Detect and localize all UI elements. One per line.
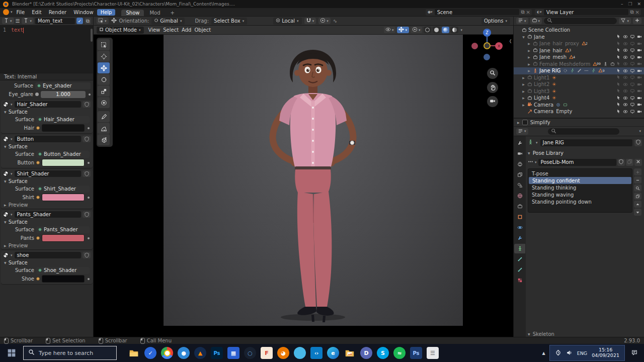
workspace-tab-show[interactable]: Show [121, 10, 144, 16]
properties-tab-collection[interactable] [514, 202, 525, 211]
expand-arrow-icon[interactable]: ▶ [521, 89, 526, 93]
gizmo-axis-neg-x[interactable] [471, 43, 478, 49]
register-checkbox[interactable]: ✓ [76, 18, 83, 24]
delete-view-layer-button[interactable]: ✕ [635, 10, 639, 15]
simplify-panel-header[interactable]: ▶ Simplify [514, 119, 644, 127]
expand-arrow-icon[interactable]: ▶ [521, 82, 526, 86]
animate-dot-icon[interactable] [88, 197, 90, 199]
pose-library-panel-header[interactable]: ▼ Pose Library [528, 149, 642, 157]
expand-arrow-icon[interactable]: ▼ [521, 35, 526, 39]
shirt-color-swatch[interactable] [42, 194, 85, 201]
row-restriction-toggles[interactable] [616, 55, 642, 60]
surface-shader-field[interactable]: Button_Shader [36, 151, 90, 158]
taskbar-icon-skype[interactable]: S [377, 347, 389, 359]
properties-tab-object[interactable] [514, 212, 525, 222]
row-restriction-toggles[interactable] [616, 82, 642, 87]
proportional-edit-dropdown[interactable]: ▾ [318, 18, 331, 24]
tool-measure-button[interactable] [98, 123, 110, 134]
language-indicator[interactable]: ENG [577, 350, 587, 356]
surface-shader-field[interactable]: Shirt_Shader [36, 186, 90, 193]
orientation-dropdown[interactable]: Gimbal ▾ [151, 18, 185, 25]
expand-arrow-icon[interactable]: ▶ [527, 55, 531, 59]
row-restriction-toggles[interactable] [616, 68, 642, 73]
workspace-tab-add[interactable]: + [166, 10, 179, 16]
outliner-row-light4[interactable]: ▶Light4 [514, 95, 644, 102]
fake-user-button[interactable] [83, 136, 91, 142]
move-pose-up-button[interactable] [634, 201, 641, 208]
material-header[interactable]: ▾Button [1, 135, 93, 143]
properties-tab-world[interactable] [514, 191, 525, 201]
menu-edit[interactable]: Edit [28, 9, 45, 16]
add-pose-button[interactable] [634, 168, 641, 175]
taskbar-icon-media-player[interactable]: ▲ [194, 347, 206, 359]
viewport-menu-select[interactable]: Select [162, 27, 180, 33]
animate-dot-icon[interactable] [88, 162, 90, 164]
taskbar-icon-todo-app[interactable]: ✓ [144, 347, 156, 359]
preview-section-header[interactable]: ▶Preview [1, 202, 93, 208]
properties-tab-output[interactable] [514, 159, 525, 169]
taskbar-icon-figma[interactable]: F [261, 347, 273, 359]
tool-annotate-button[interactable] [98, 111, 110, 122]
taskbar-icon-blender[interactable]: ◕ [277, 347, 289, 359]
tray-expand-button[interactable]: ▲ [538, 351, 549, 355]
material-header[interactable]: ▾shoe [1, 251, 93, 259]
row-restriction-toggles[interactable] [616, 34, 642, 39]
speaker-icon[interactable] [566, 349, 573, 357]
pose-copy-button[interactable] [626, 159, 633, 166]
text-editor-scrollbar[interactable] [91, 29, 93, 42]
animate-dot-icon[interactable] [88, 127, 90, 129]
new-collection-button[interactable] [633, 18, 641, 24]
outliner-row-female-meshdeform[interactable]: ▶Female Meshdeform99 [514, 61, 644, 68]
viewport-menu-object[interactable]: Object [193, 27, 212, 33]
outliner-row-jane-hair[interactable]: ▶Jane_hair3 [514, 47, 644, 54]
pose-datablock-field[interactable]: PoseLib-Mom [538, 159, 616, 166]
filter-collection-dropdown[interactable]: ▾ [530, 18, 542, 24]
menu-window[interactable]: Window [70, 9, 97, 16]
button-color-swatch[interactable] [42, 159, 85, 166]
tool-rotate-button[interactable] [98, 74, 110, 85]
hamburger-menu-icon[interactable]: ☰ [16, 18, 21, 24]
simplify-checkbox[interactable] [522, 120, 528, 125]
animate-dot-icon[interactable] [88, 278, 90, 280]
remove-pose-button[interactable] [634, 176, 641, 184]
expand-arrow-icon[interactable]: ▶ [527, 69, 531, 72]
taskbar-icon-office-grid[interactable]: ▦ [227, 347, 239, 359]
pose-item-standing-confident[interactable]: Standing confident [529, 177, 631, 184]
material-name-field[interactable]: Pants_Shader [15, 211, 81, 218]
tool-add-cube-button[interactable] [98, 134, 110, 145]
gizmo-axis-neg-z[interactable] [484, 54, 490, 60]
pose-item-t-pose[interactable]: T-pose [528, 170, 632, 177]
new-scene-button[interactable]: ⧉ [521, 9, 524, 15]
gizmo-axis-x[interactable]: x [495, 42, 503, 50]
taskbar-icon-discord[interactable]: D [360, 347, 372, 359]
animate-dot-icon[interactable] [88, 237, 90, 239]
properties-tab-bone-constraint[interactable] [514, 265, 525, 275]
tool-transform-button[interactable] [98, 97, 110, 108]
properties-tab-render[interactable] [514, 149, 525, 158]
new-text-button[interactable]: ⧉ [85, 18, 91, 24]
armature-name-field[interactable]: Jane RIG [540, 139, 632, 146]
menu-file[interactable]: File [13, 9, 29, 16]
fake-user-button[interactable] [83, 101, 91, 108]
taskbar-icon-notes-app[interactable]: ☰ [427, 347, 439, 359]
navigation-gizmo[interactable]: Z x [473, 32, 501, 60]
surface-shader-field[interactable]: Shoe_Shader [36, 267, 90, 274]
options-dropdown[interactable]: Options ▾ [481, 18, 510, 25]
taskbar-icon-edge[interactable]: e [327, 347, 339, 359]
fake-user-button[interactable] [83, 252, 91, 258]
clock[interactable]: 15:16 04/09/2021 [592, 347, 619, 358]
transform-pivot-dropdown[interactable]: Local ▾ [273, 18, 301, 25]
outliner-row-jane-rig[interactable]: ▶Jane RIG9 [514, 67, 644, 74]
surface-section-header[interactable]: ▼Surface [1, 259, 93, 266]
editor-type-dropdown[interactable]: ▾ [2, 18, 14, 24]
workspace-tab-mod[interactable]: Mod [145, 10, 165, 16]
outliner-row-camera[interactable]: ▶Camera [514, 102, 644, 109]
material-header[interactable]: ▾Hair_Shader [1, 100, 93, 109]
maximize-button[interactable]: ❐ [628, 2, 632, 7]
material-name-field[interactable]: Hair_Shader [15, 101, 81, 108]
taskbar-icon-vscode[interactable]: ‹› [310, 347, 323, 359]
properties-tab-view-layer[interactable] [514, 170, 525, 179]
properties-options-dropdown[interactable]: ▾ [639, 129, 641, 133]
row-restriction-toggles[interactable] [616, 48, 642, 53]
shading-dropdown[interactable]: ▾ [460, 28, 462, 32]
